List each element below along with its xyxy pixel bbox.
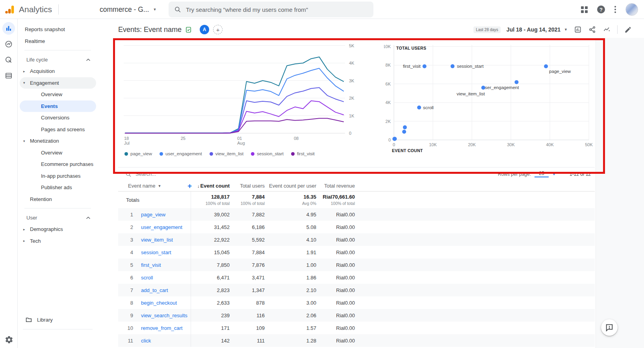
chevron-expanded-icon[interactable]: ▾ bbox=[23, 139, 30, 143]
event-link-view-item-list[interactable]: view_item_list bbox=[141, 237, 173, 243]
nav-divider bbox=[24, 208, 91, 208]
left-icon-rail bbox=[0, 19, 18, 348]
svg-text:user_engagement: user_engagement bbox=[483, 85, 520, 90]
row-number: 11 bbox=[118, 338, 133, 344]
sidebar-item-library[interactable]: Library bbox=[18, 313, 97, 327]
event-name-cell: begin_checkout bbox=[133, 296, 191, 309]
pagination-controls: Rows per page: 25 ▼ 1-12 of 12 bbox=[498, 171, 591, 177]
sidebar-item-acquisition[interactable]: ▸Acquisition bbox=[18, 65, 97, 77]
app-title: Analytics bbox=[19, 5, 52, 14]
nav-section-user[interactable]: User bbox=[18, 212, 97, 223]
sidebar-item-conversions[interactable]: Conversions bbox=[18, 112, 97, 124]
sidebar-item-label: Events bbox=[41, 103, 58, 109]
column-header-event-count-per-user[interactable]: Event count per user bbox=[265, 183, 316, 189]
sidebar-item-reports-snapshot[interactable]: Reports snapshot bbox=[18, 24, 97, 35]
advertising-icon[interactable] bbox=[2, 54, 15, 66]
rows-per-page-label: Rows per page: bbox=[498, 171, 531, 177]
sidebar-item-in-app-purchases[interactable]: In-app purchases bbox=[18, 170, 97, 182]
svg-text:0: 0 bbox=[388, 138, 391, 142]
global-search-input[interactable] bbox=[186, 6, 368, 13]
configure-icon[interactable] bbox=[2, 69, 15, 82]
column-header-total-users[interactable]: Total users bbox=[230, 183, 265, 189]
customize-report-icon[interactable] bbox=[573, 25, 582, 34]
chevron-up-icon bbox=[86, 215, 91, 221]
sidebar-item-retention[interactable]: Retention bbox=[18, 194, 97, 205]
rows-per-page-select[interactable]: 25 bbox=[535, 171, 549, 177]
event-link-remove-from-cart[interactable]: remove_from_cart bbox=[141, 325, 182, 331]
insights-icon[interactable] bbox=[603, 25, 611, 34]
sidebar-item-monetization[interactable]: ▾Monetization bbox=[18, 135, 97, 147]
table-search-input[interactable] bbox=[135, 171, 206, 177]
table-search[interactable] bbox=[125, 171, 206, 177]
report-toolbar: Last 28 days Jul 18 - Aug 14, 2021 ▼ bbox=[473, 22, 632, 37]
event-link-session-start[interactable]: session_start bbox=[141, 249, 171, 255]
chevron-collapsed-icon[interactable]: ▸ bbox=[23, 69, 30, 73]
event-link-view-search-results[interactable]: view_search_results bbox=[141, 313, 187, 318]
global-search-bar[interactable] bbox=[169, 2, 373, 17]
feedback-button[interactable] bbox=[601, 319, 618, 336]
column-header-event-count[interactable]: ↓Event count bbox=[191, 183, 230, 189]
legend-item-user-engagement[interactable]: user_engagement bbox=[160, 151, 202, 156]
column-header-event-name[interactable]: Event name ▼ bbox=[118, 183, 191, 189]
chevron-collapsed-icon[interactable]: ▸ bbox=[23, 227, 30, 231]
admin-settings-icon[interactable] bbox=[0, 335, 18, 344]
svg-text:30K: 30K bbox=[507, 142, 515, 147]
events-over-time-line-chart[interactable]: 01K2K3K4K5K18Jul2501Aug08 page_viewuser_… bbox=[118, 39, 362, 158]
event-link-user-engagement[interactable]: user_engagement bbox=[141, 224, 182, 230]
sidebar-item-ecommerce-purchases[interactable]: Ecommerce purchases bbox=[18, 158, 97, 170]
apps-grid-icon[interactable] bbox=[581, 6, 588, 13]
table-row: 6scroll6,4713,4711.86Rial0.00 bbox=[118, 271, 595, 284]
more-options-icon[interactable] bbox=[614, 6, 616, 13]
users-vs-event-count-scatter-chart[interactable]: 010K20K30K40K50K02K4K6K8K10KTOTAL USERSE… bbox=[384, 39, 597, 158]
legend-item-first-visit[interactable]: first_visit bbox=[291, 151, 315, 156]
sidebar-item-publisher-ads[interactable]: Publisher ads bbox=[18, 182, 97, 194]
legend-item-view-item-list[interactable]: view_item_list bbox=[210, 151, 244, 156]
chevron-expanded-icon[interactable]: ▾ bbox=[23, 81, 30, 85]
sidebar-item-demographics[interactable]: ▸Demographics bbox=[18, 223, 97, 235]
svg-text:1K: 1K bbox=[349, 114, 354, 118]
help-icon[interactable]: ? bbox=[597, 6, 605, 13]
column-header-total-revenue[interactable]: Total revenue bbox=[316, 183, 355, 189]
svg-text:10K: 10K bbox=[429, 142, 437, 147]
explore-icon[interactable] bbox=[2, 38, 15, 50]
chevron-collapsed-icon[interactable]: ▸ bbox=[23, 239, 30, 243]
add-column-button[interactable]: + bbox=[187, 182, 192, 190]
sidebar-item-label: Reports snapshot bbox=[25, 26, 65, 32]
sidebar-item-pages-and-screens[interactable]: Pages and screens bbox=[18, 124, 97, 136]
row-number: 6 bbox=[118, 275, 133, 281]
add-comparison-button[interactable]: + bbox=[213, 25, 223, 34]
sidebar-item-engagement[interactable]: ▾Engagement bbox=[20, 77, 96, 89]
legend-item-session-start[interactable]: session_start bbox=[251, 151, 284, 156]
user-avatar[interactable] bbox=[625, 3, 638, 16]
sidebar-item-tech[interactable]: ▸Tech bbox=[18, 235, 97, 247]
nav-section-life-cycle[interactable]: Life cycle bbox=[18, 54, 97, 65]
reports-icon[interactable] bbox=[2, 22, 15, 35]
event-link-page-view[interactable]: page_view bbox=[141, 212, 165, 218]
sidebar-item-overview[interactable]: Overview bbox=[18, 89, 97, 100]
share-icon[interactable] bbox=[588, 25, 597, 34]
revenue-cell: Rial0.00 bbox=[316, 287, 355, 293]
property-selector[interactable]: commerce - G... ▼ bbox=[100, 0, 156, 19]
table-header-row: Event name ▼ + ↓Event count Total users … bbox=[118, 181, 595, 192]
table-row: 1page_view39,0027,8824.95Rial0.00 bbox=[118, 208, 595, 221]
sidebar-item-label: Overview bbox=[41, 150, 62, 156]
event-link-click[interactable]: click bbox=[141, 338, 151, 344]
event-link-add-to-cart[interactable]: add_to_cart bbox=[141, 287, 168, 293]
event-link-begin-checkout[interactable]: begin_checkout bbox=[141, 300, 177, 306]
event-link-first-visit[interactable]: first_visit bbox=[141, 262, 161, 268]
total-users-cell: 111 bbox=[230, 338, 265, 344]
sidebar-item-label: Publisher ads bbox=[41, 184, 72, 190]
saved-report-icon[interactable] bbox=[185, 26, 192, 33]
legend-item-page-view[interactable]: page_view bbox=[124, 151, 152, 156]
sidebar-item-label: Monetization bbox=[30, 138, 59, 144]
svg-text:page_view: page_view bbox=[549, 69, 571, 74]
edit-pencil-icon[interactable] bbox=[624, 25, 632, 34]
all-users-segment-badge[interactable]: A bbox=[200, 25, 209, 34]
sidebar-item-realtime[interactable]: Realtime bbox=[18, 35, 97, 47]
chevron-down-icon: ▼ bbox=[158, 184, 161, 188]
event-link-scroll[interactable]: scroll bbox=[141, 275, 153, 281]
sidebar-item-events[interactable]: Events bbox=[20, 100, 96, 112]
chevron-down-icon[interactable]: ▼ bbox=[552, 172, 556, 176]
date-range-picker[interactable]: Jul 18 - Aug 14, 2021 ▼ bbox=[507, 26, 568, 33]
sidebar-item-overview[interactable]: Overview bbox=[18, 147, 97, 159]
